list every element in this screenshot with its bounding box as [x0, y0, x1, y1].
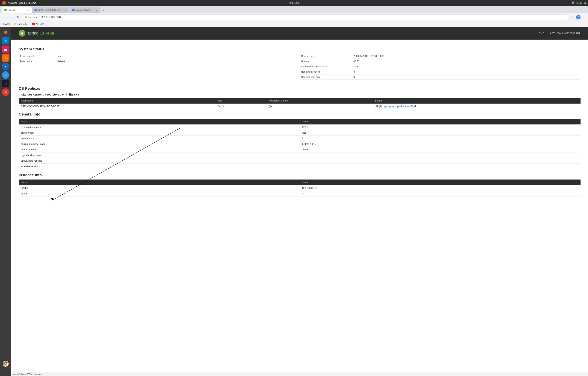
- instance-amis: n/a (1): [214, 104, 267, 109]
- inst-col-value: Value: [300, 179, 580, 185]
- gen-name-4: current-memory-usage: [19, 141, 300, 147]
- star-icon[interactable]: ☆: [570, 15, 575, 19]
- tab-favicon-act: [34, 9, 37, 11]
- status-right-table: Current time 2020-04-30T15:38:58 +0800 U…: [300, 53, 580, 80]
- bookmark-apps[interactable]: Apps: [2, 22, 11, 26]
- os-volume-icon: 🔊: [579, 1, 582, 4]
- uptime-label: Uptime: [300, 59, 352, 64]
- general-col-value: Value: [300, 119, 580, 125]
- main-layout: 🦊 ✉ A ● ? IJ ◎: [0, 27, 588, 376]
- table-row: Data center default: [19, 59, 300, 64]
- inst-col-name: Name: [19, 179, 300, 185]
- table-row: Environment test: [19, 53, 300, 59]
- bookmarks-bar: Apps 📁 New folder YouTube: [0, 21, 588, 27]
- inst-name-1: ipAddr: [19, 185, 300, 191]
- instance-status: UP (1) - springcloud-privider-dept8001: [373, 104, 580, 109]
- general-info-table: Name Value total-avail-memory 475mb envi…: [19, 119, 580, 169]
- gen-val-8: [300, 164, 580, 169]
- env-label: Environment: [19, 53, 56, 59]
- forward-button[interactable]: →: [9, 15, 14, 20]
- sidebar-calendar[interactable]: [2, 45, 9, 53]
- sidebar-grid-button[interactable]: ⋯: [4, 368, 8, 373]
- folder-icon: 📁: [14, 23, 17, 25]
- renews-threshold-label: Renews threshold: [300, 69, 352, 74]
- tab-title-eureka: Eureka: [8, 9, 26, 11]
- table-row: total-avail-memory 475mb: [19, 125, 580, 130]
- os-time: Thu 15:39: [289, 1, 300, 4]
- sidebar-help[interactable]: ?: [2, 71, 9, 79]
- os-bar-left: Activities Google Chrome ▾: [2, 0, 38, 5]
- browser-name-label[interactable]: Google Chrome: [19, 1, 36, 4]
- status-bar: laptop-0gjskr6t:8001/actuator/info: [11, 372, 588, 376]
- lease-value: false: [352, 64, 580, 69]
- gen-val-2: test: [300, 130, 580, 136]
- tab-laptop-act[interactable]: laptop-0gjskr6t:8001/act... ✕: [32, 7, 69, 13]
- new-tab-button[interactable]: +: [101, 8, 106, 13]
- status-left: Environment test Data center default: [19, 53, 300, 83]
- current-time-label: Current time: [300, 53, 352, 59]
- reload-button[interactable]: ↻: [15, 15, 21, 20]
- gen-val-7: [300, 158, 580, 164]
- env-value: test: [56, 53, 300, 59]
- gen-val-5: 00:02: [300, 147, 580, 152]
- page-content: System Status Environment test Data: [11, 40, 588, 204]
- instance-info-heading: Instance Info: [19, 173, 580, 177]
- eureka-logo: spring Eureka: [19, 30, 54, 37]
- sidebar-intellij[interactable]: IJ: [2, 80, 9, 87]
- tab-laptop[interactable]: laptop-0gjskr6t ✕: [70, 7, 100, 13]
- sidebar-firefox[interactable]: 🦊: [2, 28, 9, 36]
- tab-close-laptop[interactable]: ✕: [95, 9, 98, 11]
- inst-val-2: UP: [300, 191, 580, 197]
- sidebar-text[interactable]: A: [2, 54, 9, 62]
- system-status-heading: System Status: [19, 47, 580, 51]
- dc-label: Data center: [19, 59, 56, 64]
- renews-threshold-value: 3: [352, 69, 580, 74]
- menu-icon[interactable]: ⋮: [582, 15, 586, 19]
- spring-label: spring: [27, 31, 38, 36]
- sidebar-red[interactable]: ◎: [2, 88, 9, 96]
- instance-info-table: Name Value ipAddr 192.168.0.108 status U…: [19, 179, 580, 197]
- apps-grid-icon: [3, 23, 4, 25]
- tab-close-eureka[interactable]: ✕: [27, 9, 30, 11]
- os-power-icon: ⏻: [584, 1, 586, 4]
- nav-home[interactable]: HOME: [537, 32, 544, 35]
- bookmark-youtube-label: YouTube: [35, 23, 44, 25]
- table-row: Renews (last min) 0: [300, 74, 580, 80]
- address-input-wrapper[interactable]: 🔓 Not secure 192.168.0.108:7001: [22, 14, 569, 20]
- not-secure-label: 🔓 Not secure: [24, 16, 39, 19]
- profile-circle[interactable]: G: [576, 15, 580, 19]
- bookmark-youtube[interactable]: YouTube: [31, 22, 45, 26]
- tab-favicon-eureka: [4, 9, 7, 11]
- gen-val-3: 8: [300, 136, 580, 141]
- instances-col-application: Application: [19, 98, 214, 104]
- tab-eureka[interactable]: Eureka ✕: [2, 7, 32, 13]
- gen-name-3: num-of-cpus: [19, 136, 300, 141]
- gen-name-1: total-avail-memory: [19, 125, 300, 130]
- os-lang-icon: 英: [572, 1, 574, 4]
- inst-val-1: 192.168.0.108: [300, 185, 580, 191]
- tab-close-act[interactable]: ✕: [65, 9, 67, 11]
- gen-name-6: registered-replicas: [19, 152, 300, 158]
- ds-replicas-heading: DS Replicas: [19, 86, 580, 91]
- bookmark-folder[interactable]: 📁 New folder: [13, 22, 29, 26]
- address-right-icons: ☆ G ⋮: [570, 15, 586, 19]
- activities-label[interactable]: Activities: [8, 1, 17, 4]
- nav-last[interactable]: LAST 1000 SINCE STARTUP: [549, 32, 580, 35]
- spring-logo-icon: [19, 30, 25, 37]
- table-row: environment test: [19, 130, 580, 136]
- instances-col-status: Status: [373, 98, 580, 104]
- sidebar-blue[interactable]: ●: [2, 63, 9, 70]
- sidebar-chrome[interactable]: [2, 360, 9, 367]
- tab-title-act: laptop-0gjskr6t:8001/act...: [38, 9, 64, 11]
- browser-dropdown-icon[interactable]: ▾: [38, 2, 38, 4]
- table-row: server-uptime 00:02: [19, 147, 580, 152]
- instances-col-amis: AMIs: [214, 98, 267, 104]
- instance-link[interactable]: springcloud-privider-dept8001: [384, 105, 416, 108]
- sidebar-mail[interactable]: ✉: [2, 37, 9, 44]
- os-bar-right: 英 ⬡ 🔊 ⏻: [572, 1, 586, 4]
- back-button[interactable]: ←: [2, 15, 7, 20]
- firefox-icon[interactable]: [2, 0, 6, 5]
- dc-value: default: [56, 59, 300, 64]
- svg-marker-10: [51, 198, 54, 200]
- current-time-value: 2020-04-30T15:38:58 +0800: [352, 53, 580, 59]
